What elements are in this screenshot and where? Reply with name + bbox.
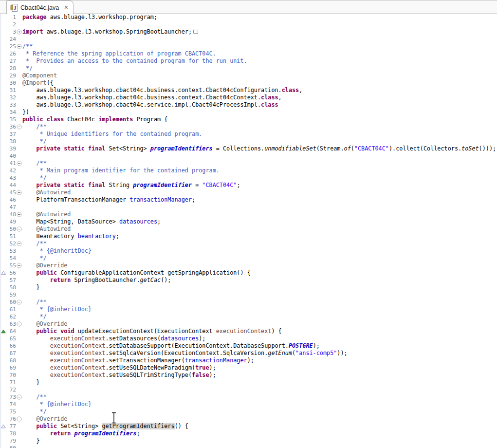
code-text[interactable]: * {@inheritDoc}	[22, 306, 92, 313]
code-text[interactable]: public ConfigurableApplicationContext ge…	[22, 269, 251, 277]
code-text[interactable]: package aws.bluage.l3.workshop.program;	[22, 14, 157, 21]
code-text[interactable]: public void updateExecutionContext(Execu…	[22, 328, 282, 335]
fold-collapse-icon[interactable]	[16, 299, 22, 306]
code-line: 62 */	[1, 313, 497, 320]
code-text[interactable]: /**	[22, 123, 47, 131]
fold-expand-icon[interactable]	[16, 28, 22, 36]
code-text[interactable]: @Autowired	[22, 225, 71, 233]
code-line: 28 */	[1, 65, 497, 72]
code-text[interactable]: * Provides an access to the contained pr…	[22, 57, 247, 65]
code-text[interactable]: executionContext.setDatasources(datasour…	[22, 335, 205, 342]
tab-close-button[interactable]: ✕	[64, 5, 68, 10]
code-text[interactable]: aws.bluage.l3.workshop.cbact04c.business…	[22, 94, 282, 101]
code-text[interactable]: /**	[22, 43, 33, 50]
code-text[interactable]: @Override	[22, 415, 67, 423]
line-number: 62	[6, 313, 16, 320]
code-text[interactable]: * Reference the spring application of pr…	[22, 50, 216, 57]
fold-collapse-icon[interactable]	[16, 225, 22, 233]
code-text[interactable]: */	[22, 65, 33, 72]
line-number: 69	[6, 364, 16, 372]
code-text[interactable]: }	[22, 437, 40, 445]
code-text[interactable]: /**	[22, 393, 47, 401]
code-text[interactable]: private static final Set<String> program…	[22, 145, 496, 152]
code-text[interactable]: return programIdentifiers;	[22, 430, 140, 437]
code-text[interactable]: })	[22, 109, 29, 116]
line-number: 28	[6, 65, 16, 72]
code-text[interactable]: */	[22, 174, 47, 182]
line-number: 58	[6, 284, 16, 291]
marker-column	[1, 43, 6, 50]
fold-column	[16, 313, 22, 320]
line-number: 29	[6, 72, 16, 79]
code-text[interactable]: private static final String programIdent…	[22, 182, 240, 189]
fold-collapse-icon[interactable]	[16, 43, 22, 50]
code-text[interactable]: @Component	[22, 72, 57, 79]
code-text[interactable]: */	[22, 408, 47, 415]
code-line: 49 Map<String, DataSource> datasources;	[1, 218, 497, 225]
code-text[interactable]: /**	[22, 240, 47, 247]
fold-collapse-icon[interactable]	[16, 211, 22, 218]
code-text[interactable]: */	[22, 255, 47, 262]
marker-column	[1, 284, 6, 291]
code-text[interactable]: * {@inheritDoc}	[22, 247, 92, 255]
marker-column	[1, 50, 6, 57]
fold-collapse-icon[interactable]	[16, 415, 22, 423]
editor-tab-cbact04c[interactable]: J Cbact04c.java ✕	[6, 0, 74, 14]
collapsed-region-box[interactable]	[193, 30, 198, 34]
code-text[interactable]: public class Cbact04c implements Program…	[22, 116, 167, 123]
code-text[interactable]: @Override	[22, 320, 67, 328]
code-text[interactable]: /**	[22, 160, 47, 167]
code-text[interactable]: PlatformTransactionManager transactionMa…	[22, 196, 195, 204]
line-number: 66	[6, 342, 16, 350]
code-text[interactable]: * {@inheritDoc}	[22, 401, 92, 408]
code-text[interactable]: executionContext.setUseSQLTrimStringType…	[22, 372, 216, 379]
line-number: 32	[6, 94, 16, 101]
fold-collapse-icon[interactable]	[16, 123, 22, 131]
code-text[interactable]: */	[22, 313, 47, 320]
code-text[interactable]: BeanFactory beanFactory;	[22, 233, 119, 240]
code-text[interactable]: executionContext.setUseSQLDateNewParadig…	[22, 364, 216, 372]
marker-column	[1, 313, 6, 320]
fold-collapse-icon[interactable]	[16, 320, 22, 328]
code-line: 58 }	[1, 284, 497, 291]
code-text[interactable]: * Main program identifier for the contai…	[22, 167, 220, 174]
fold-collapse-icon[interactable]	[16, 189, 22, 196]
fold-collapse-icon[interactable]	[16, 262, 22, 269]
code-text[interactable]: */	[22, 138, 47, 145]
code-line: 46 PlatformTransactionManager transactio…	[1, 196, 497, 204]
fold-column	[16, 109, 22, 116]
code-text[interactable]: Map<String, DataSource> datasources;	[22, 218, 161, 225]
fold-column	[16, 379, 22, 386]
code-line: 56 public ConfigurableApplicationContext…	[1, 269, 497, 277]
fold-column	[16, 291, 22, 299]
code-text[interactable]: }	[22, 284, 40, 291]
code-line: 30@Import({	[1, 79, 497, 87]
line-number: 51	[6, 233, 16, 240]
line-number: 57	[6, 277, 16, 284]
fold-collapse-icon[interactable]	[16, 160, 22, 167]
code-text[interactable]: executionContext.setSqlcaVersion(Executi…	[22, 350, 348, 357]
code-text[interactable]: }	[22, 379, 40, 386]
code-text[interactable]: public Set<String> getProgramIdentifiers…	[22, 423, 188, 430]
code-text[interactable]: * Unique identifiers for the contained p…	[22, 131, 202, 138]
fold-column	[16, 328, 22, 335]
fold-collapse-icon[interactable]	[16, 240, 22, 247]
code-text[interactable]: import aws.bluage.l3.workshop.SpringBoot…	[22, 28, 198, 36]
code-text[interactable]: executionContext.setDatabaseSupport(Exec…	[22, 342, 320, 350]
code-text[interactable]: return SpringBootLauncher.getCac();	[22, 277, 171, 284]
code-text[interactable]: @Import({	[22, 79, 54, 87]
code-text[interactable]: @Autowired	[22, 211, 71, 218]
code-text[interactable]: /**	[22, 299, 47, 306]
line-number: 65	[6, 335, 16, 342]
code-text[interactable]: executionContext.setTransactionManager(t…	[22, 357, 254, 364]
code-text[interactable]: @Override	[22, 262, 67, 269]
code-text[interactable]: aws.bluage.l3.workshop.cbact04c.business…	[22, 87, 302, 94]
marker-column	[1, 204, 6, 211]
fold-collapse-icon[interactable]	[16, 393, 22, 401]
marker-column	[1, 240, 6, 247]
code-line: 51 BeanFactory beanFactory;	[1, 233, 497, 240]
code-text[interactable]: aws.bluage.l3.workshop.cbact04c.service.…	[22, 101, 278, 109]
code-line: 25/**	[1, 43, 497, 50]
code-editor[interactable]: 1package aws.bluage.l3.workshop.program;…	[0, 14, 497, 448]
code-text[interactable]: @Autowired	[22, 189, 71, 196]
